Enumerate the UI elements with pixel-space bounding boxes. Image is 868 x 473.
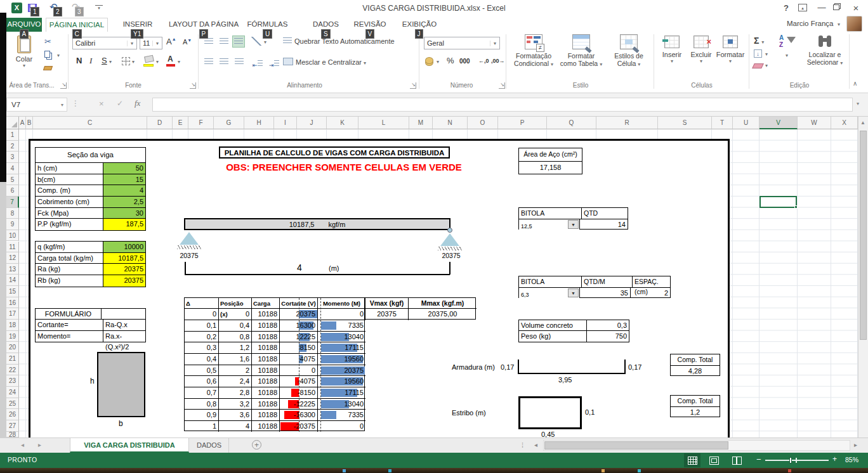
conditional-formatting-button[interactable]: ≠ Formatação Condicional ▾ [511,34,556,80]
row-header-25[interactable]: 25 [6,398,19,410]
avatar[interactable] [846,16,862,32]
row-header-10[interactable]: 10 [6,230,19,242]
decrease-decimal-icon[interactable]: ,00→ [491,58,505,64]
results-cell[interactable]: 10188 [252,365,280,377]
table-row-value[interactable]: 4 [103,185,145,197]
zoom-slider-track[interactable] [765,460,829,461]
restore-icon[interactable] [833,4,839,10]
row-header-7[interactable]: 7 [6,197,19,208]
results-cell[interactable]: 10188 [252,320,280,332]
column-header-F[interactable]: F [188,117,214,129]
merge-center-button[interactable]: Mesclar e Centralizar ▾ [283,58,366,66]
results-cell[interactable]: 2 [219,365,252,377]
table-row-value[interactable]: 750 [587,331,629,342]
collapse-ribbon-icon[interactable]: ∧ [853,80,857,87]
new-sheet-icon[interactable]: + [252,440,261,450]
paste-button[interactable]: Colar ▾ [10,36,38,77]
zoom-in-icon[interactable]: + [832,455,837,463]
results-cell[interactable]: 0,9 [185,410,219,421]
delete-cells-button[interactable]: × Excluir ▾ [688,36,714,77]
row-header-23[interactable]: 23 [6,375,19,387]
ribbon-display-options-icon[interactable]: ▴ [798,4,807,11]
results-cell[interactable]: 0,6 [185,376,219,387]
orientation-icon[interactable] [251,37,261,46]
results-cell[interactable]: 2,4 [219,376,252,387]
font-name-combo[interactable]: Calibri▾ [72,37,137,49]
fill-handle[interactable] [794,205,798,209]
results-cell[interactable]: 0 [219,309,252,320]
results-cell[interactable]: 0,2 [185,332,219,343]
font-dialog-launcher-icon[interactable]: ↘ [190,82,196,89]
results-cell[interactable]: 17115 [318,387,365,399]
results-cell[interactable]: 20375 [318,365,365,377]
results-cell[interactable]: 17115 [318,342,365,354]
zoom-out-icon[interactable]: − [756,455,761,464]
tab-scroll-splitter[interactable]: ⁞ [522,441,523,449]
mmax-value[interactable]: 20375,00 [409,309,477,320]
view-page-break-button[interactable] [728,453,745,467]
table-row-value[interactable]: 187,5 [103,219,145,230]
autosum-button[interactable]: Σ ▾ [754,36,764,46]
font-size-combo[interactable]: 11▾ [140,37,162,49]
results-cell[interactable]: 0,7 [185,387,219,399]
copy-icon[interactable] [44,51,50,58]
row-header-4[interactable]: 4 [6,163,19,174]
results-cell[interactable]: 0,1 [185,320,219,332]
increase-decimal-icon[interactable]: ←,0 [478,58,489,64]
zoom-level[interactable]: 85% [845,456,858,463]
row-header-19[interactable]: 19 [6,331,19,342]
row-header-11[interactable]: 11 [6,242,19,253]
column-header-B[interactable]: B [26,117,33,129]
increase-indent-icon[interactable]: ⇥ [269,58,279,70]
accounting-dropdown-icon[interactable]: ▾ [437,59,439,65]
align-bottom-icon[interactable] [232,36,245,48]
results-cell[interactable]: 0,3 [185,342,219,354]
table-row-value[interactable]: 0,3 [587,320,629,331]
zoom-slider-thumb[interactable] [789,457,792,463]
table-row-value[interactable]: 20375 [103,264,145,275]
column-header-M[interactable]: M [409,117,433,129]
results-cell[interactable]: 3,2 [219,399,252,410]
horizontal-scroll-thumb[interactable] [544,441,728,450]
help-icon[interactable]: ? [778,3,794,13]
borders-icon[interactable] [122,57,130,65]
row-header-1[interactable]: 1 [6,129,19,141]
bitola1-dropdown[interactable]: 12,5 ▼ [519,219,580,230]
column-header-U[interactable]: U [733,117,760,129]
row-header-9[interactable]: 9 [6,219,19,230]
column-header-S[interactable]: S [658,117,712,129]
column-header-L[interactable]: L [358,117,409,129]
row-header-21[interactable]: 21 [6,353,19,365]
format-as-table-button[interactable]: Formatar como Tabela ▾ [559,34,603,80]
sheet-nav-prev-icon[interactable]: ◂ [21,441,24,448]
results-cell[interactable]: 10188 [252,342,280,354]
column-header-N[interactable]: N [433,117,468,129]
number-dialog-launcher-icon[interactable]: ↘ [499,82,505,89]
results-cell[interactable]: 0 [185,309,219,320]
results-cell[interactable]: 0 [318,421,365,432]
name-box-splitter[interactable]: ⋮ [72,99,79,108]
column-header-V[interactable]: V [760,117,798,129]
shrink-font-icon[interactable]: A▼ [183,38,192,46]
bitola2-dropdown-icon[interactable]: ▼ [568,288,579,297]
results-cell[interactable]: 19560 [318,376,365,387]
results-cell[interactable]: 10188 [252,376,280,387]
alignment-dialog-launcher-icon[interactable]: ↘ [410,82,416,89]
column-header-J[interactable]: J [297,117,327,129]
column-header-I[interactable]: I [274,117,297,129]
find-select-button[interactable]: Localizar e Selecionar ▾ [805,34,845,80]
insert-function-icon[interactable]: fx [135,98,140,108]
sheet-nav-next-icon[interactable]: ▸ [38,441,41,448]
results-cell[interactable]: 2,8 [219,387,252,399]
align-right-icon[interactable] [235,58,244,65]
underline-dropdown-icon[interactable]: ▾ [109,59,112,65]
column-header-O[interactable]: O [468,117,498,129]
results-cell[interactable]: 19560 [318,354,365,365]
row-header-3[interactable]: 3 [6,152,19,163]
horizontal-scroll-track[interactable] [543,440,850,451]
table-row-value[interactable]: 50 [103,163,145,174]
align-left-icon[interactable] [204,58,213,65]
insert-cells-button[interactable]: Inserir ▾ [659,36,685,77]
bitola1-dropdown-icon[interactable]: ▼ [568,220,579,229]
results-cell[interactable]: 0,4 [185,354,219,365]
